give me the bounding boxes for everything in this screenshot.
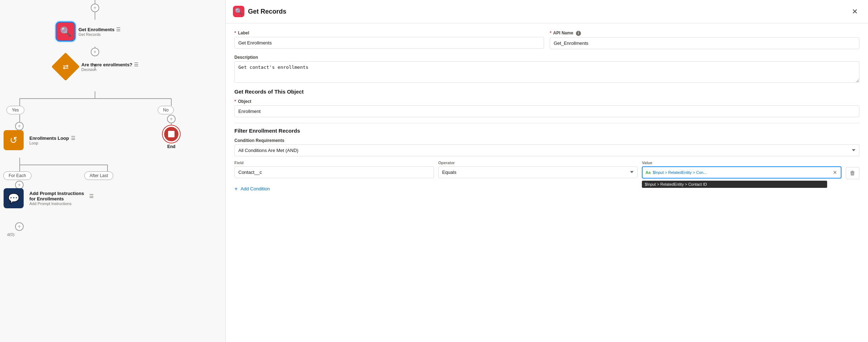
loop-type: Loop bbox=[29, 141, 76, 145]
prompt-type: Add Prompt Instructions bbox=[29, 201, 94, 206]
loop-icon: ↺ bbox=[4, 130, 24, 150]
after-last-button[interactable]: After Last bbox=[84, 171, 113, 180]
add-condition-plus-icon: + bbox=[234, 186, 238, 192]
object-group: * Object bbox=[234, 99, 859, 117]
value-tag[interactable]: Aa $Input > RelatedEntity > Con... ✕ bbox=[642, 166, 841, 179]
value-tag-type-icon: Aa bbox=[645, 170, 650, 175]
label-group: * Label bbox=[234, 30, 544, 49]
no-branch[interactable]: No bbox=[158, 106, 174, 114]
detail-panel-title: Get Records bbox=[248, 8, 845, 15]
object-input[interactable] bbox=[234, 105, 859, 117]
decision-menu[interactable]: ☰ bbox=[134, 62, 139, 67]
for-each-branch[interactable]: For Each bbox=[3, 171, 32, 180]
get-enrollments-icon: 🔍 bbox=[56, 22, 76, 42]
yes-branch[interactable]: Yes bbox=[6, 106, 24, 114]
description-label: Description bbox=[234, 55, 859, 60]
value-tooltip: $Input > RelatedEntity > Contact ID bbox=[642, 181, 827, 188]
prompt-icon: 💬 bbox=[4, 188, 24, 208]
top-connector[interactable]: + bbox=[91, 4, 99, 12]
label-input[interactable] bbox=[234, 37, 544, 49]
for-each-button[interactable]: For Each bbox=[3, 171, 32, 180]
decision-name: Are there enrollments? bbox=[81, 62, 132, 67]
get-enrollments-type: Get Records bbox=[78, 32, 121, 37]
delete-condition-button[interactable]: 🗑 bbox=[846, 167, 859, 179]
condition-value-group: Value Aa $Input > RelatedEntity > Con...… bbox=[642, 161, 841, 179]
value-col-label: Value bbox=[642, 161, 841, 165]
add-condition-label: Add Condition bbox=[240, 186, 270, 191]
label-field-label: * Label bbox=[234, 30, 544, 35]
field-col-label: Field bbox=[234, 161, 434, 165]
decision-node: ⇄ Are there enrollments? ☰ Decision bbox=[56, 57, 139, 77]
detail-header: 🔍 Get Records ✕ bbox=[226, 0, 868, 23]
object-field-label: * Object bbox=[234, 99, 859, 104]
operator-col-label: Operator bbox=[438, 161, 638, 165]
api-name-info-icon[interactable]: i bbox=[576, 31, 581, 36]
decision-type: Decision bbox=[81, 67, 139, 72]
section-filter-title: Filter Enrollment Records bbox=[234, 128, 859, 134]
prompt-name: Add Prompt Instructions for Enrollments bbox=[29, 191, 87, 201]
close-button[interactable]: ✕ bbox=[849, 6, 861, 17]
end-label: End bbox=[167, 144, 176, 149]
condition-field-input[interactable] bbox=[234, 166, 434, 178]
condition-requirements-group: Condition Requirements All Conditions Ar… bbox=[234, 138, 859, 156]
operator-select[interactable]: Equals bbox=[438, 166, 638, 178]
api-name-field-label: * API Name i bbox=[550, 30, 859, 36]
delete-btn-wrapper: 🗑 bbox=[846, 161, 859, 179]
description-group: Description Get contact's enrollments bbox=[234, 55, 859, 83]
condition-requirements-select[interactable]: All Conditions Are Met (AND) bbox=[234, 144, 859, 156]
get-enrollments-node: 🔍 Get Enrollments ☰ Get Records bbox=[56, 22, 121, 42]
no-connector[interactable]: + bbox=[167, 115, 176, 123]
section-object-title: Get Records of This Object bbox=[234, 89, 859, 95]
end-node: + End bbox=[163, 115, 180, 149]
detail-body: * Label * API Name i Description Get con… bbox=[226, 23, 868, 342]
bottom-connector[interactable]: + bbox=[15, 222, 24, 231]
connector-1[interactable]: + bbox=[91, 48, 99, 56]
detail-panel: 🔍 Get Records ✕ * Label * API Name i bbox=[226, 0, 868, 342]
decision-icon: ⇄ bbox=[51, 52, 80, 81]
loop-connector[interactable]: + bbox=[15, 122, 24, 130]
no-button[interactable]: No bbox=[158, 106, 174, 114]
condition-operator-group: Operator Equals bbox=[438, 161, 638, 178]
get-enrollments-menu[interactable]: ☰ bbox=[116, 27, 121, 32]
divider bbox=[234, 123, 859, 123]
yes-button[interactable]: Yes bbox=[6, 106, 24, 114]
get-enrollments-name: Get Enrollments bbox=[78, 27, 114, 32]
loop-menu[interactable]: ☰ bbox=[71, 135, 76, 141]
operator-select-wrapper: Equals bbox=[438, 166, 638, 178]
loop-name: Enrollments Loop bbox=[29, 136, 69, 141]
detail-header-icon: 🔍 bbox=[233, 6, 244, 17]
condition-field-group: Field bbox=[234, 161, 434, 178]
condition-row: Field Operator Equals Value Aa $Input > … bbox=[234, 161, 859, 179]
after-last-branch[interactable]: After Last bbox=[84, 171, 113, 180]
flow-canvas: + 🔍 Get Enrollments ☰ Get Records + ⇄ bbox=[0, 0, 226, 342]
loop-node: ↺ Enrollments Loop ☰ Loop bbox=[4, 130, 76, 150]
end-stop bbox=[163, 125, 180, 143]
api-name-group: * API Name i bbox=[550, 30, 859, 49]
prompt-menu[interactable]: ☰ bbox=[89, 193, 94, 199]
value-tag-text: $Input > RelatedEntity > Con... bbox=[653, 170, 830, 175]
value-tag-close-button[interactable]: ✕ bbox=[832, 170, 838, 175]
add-condition-button[interactable]: + Add Condition bbox=[234, 182, 270, 196]
api-name-input[interactable] bbox=[550, 37, 859, 49]
label-apiname-row: * Label * API Name i bbox=[234, 30, 859, 49]
condition-requirements-label: Condition Requirements bbox=[234, 138, 859, 143]
bottom-label: d(0): bbox=[7, 232, 15, 237]
prompt-node: 💬 Add Prompt Instructions for Enrollment… bbox=[4, 188, 94, 208]
description-textarea[interactable]: Get contact's enrollments bbox=[234, 61, 859, 83]
